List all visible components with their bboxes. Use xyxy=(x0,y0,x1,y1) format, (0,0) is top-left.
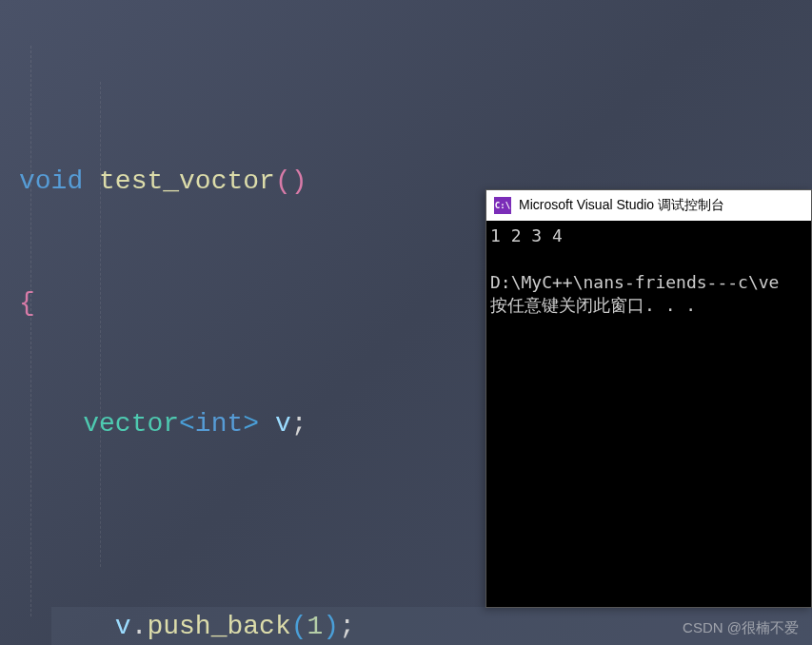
indent-guide xyxy=(30,46,31,616)
console-output: 1 2 3 4 D:\MyC++\nans-friends---c\ve 按任意… xyxy=(486,221,811,321)
type-vector: vector xyxy=(83,409,179,439)
number-literal: 1 xyxy=(307,612,324,641)
semicolon: ; xyxy=(291,409,307,439)
dot: . xyxy=(131,612,148,641)
method-push-back: push_back xyxy=(147,612,290,641)
semicolon: ; xyxy=(339,612,355,641)
paren-open: ( xyxy=(275,166,291,196)
angle-close: > xyxy=(243,409,259,439)
output-line: 按任意键关闭此窗口. . . xyxy=(490,295,696,315)
output-line: 1 2 3 4 xyxy=(490,225,573,245)
console-icon: C:\ xyxy=(494,197,511,214)
paren-open: ( xyxy=(291,612,307,641)
keyword-void: void xyxy=(19,166,83,196)
watermark: CSDN @很楠不爱 xyxy=(683,619,799,637)
console-title: Microsoft Visual Studio 调试控制台 xyxy=(519,197,724,214)
indent-guide-2 xyxy=(100,82,101,567)
function-name: test_voctor xyxy=(99,166,275,196)
console-window[interactable]: C:\ Microsoft Visual Studio 调试控制台 1 2 3 … xyxy=(485,189,812,608)
output-line: D:\MyC++\nans-friends---c\ve xyxy=(490,272,779,292)
variable: v xyxy=(115,612,131,641)
type-int: int xyxy=(195,409,243,439)
angle-open: < xyxy=(179,409,195,439)
variable-v: v xyxy=(259,409,291,439)
console-title-bar[interactable]: C:\ Microsoft Visual Studio 调试控制台 xyxy=(486,190,811,221)
paren-close: ) xyxy=(323,612,339,641)
brace-open: { xyxy=(19,288,35,318)
paren-close: ) xyxy=(291,166,307,196)
